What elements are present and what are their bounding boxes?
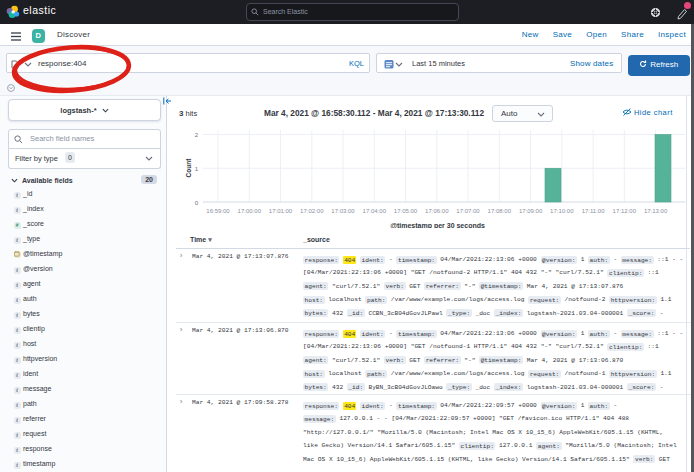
svg-text:17:11:00: 17:11:00 xyxy=(582,208,606,214)
svg-text:17:09:00: 17:09:00 xyxy=(519,208,543,214)
svg-text:17:08:00: 17:08:00 xyxy=(488,208,512,214)
svg-text:17:03:00: 17:03:00 xyxy=(331,208,355,214)
svg-text:17:05:00: 17:05:00 xyxy=(394,208,418,214)
svg-text:17:04:00: 17:04:00 xyxy=(363,208,387,214)
svg-text:17:07:00: 17:07:00 xyxy=(456,208,480,214)
svg-text:16:59:00: 16:59:00 xyxy=(206,208,230,214)
svg-text:Count: Count xyxy=(185,158,192,178)
svg-text:17:00:00: 17:00:00 xyxy=(238,208,262,214)
svg-text:17:01:00: 17:01:00 xyxy=(269,208,293,214)
svg-text:17:10:00: 17:10:00 xyxy=(550,208,574,214)
svg-text:17:06:00: 17:06:00 xyxy=(425,208,449,214)
svg-text:17:12:00: 17:12:00 xyxy=(613,208,637,214)
svg-text:0: 0 xyxy=(195,200,199,206)
svg-text:2: 2 xyxy=(195,132,199,138)
svg-text:1: 1 xyxy=(195,166,199,172)
svg-text:17:13:00: 17:13:00 xyxy=(644,208,668,214)
svg-text:@timestamp per 30 seconds: @timestamp per 30 seconds xyxy=(390,222,485,228)
svg-text:17:02:00: 17:02:00 xyxy=(300,208,324,214)
